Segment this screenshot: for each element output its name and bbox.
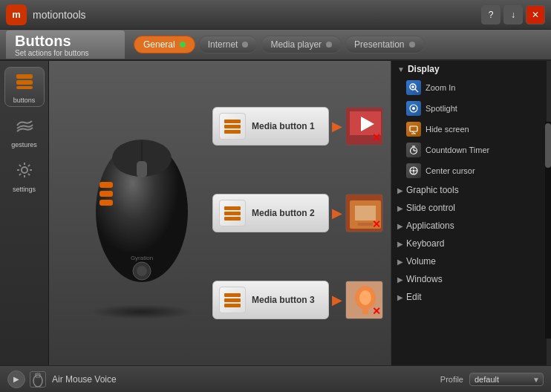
section-slidecontrol[interactable]: ▶ Slide control	[391, 199, 547, 217]
svg-rect-15	[224, 125, 241, 128]
media-btn-2-label: Media button 2	[252, 208, 315, 218]
zoom-label: Zoom In	[426, 83, 455, 92]
preview-x-3[interactable]: ✕	[372, 305, 381, 317]
slidecontrol-label: Slide control	[406, 203, 455, 213]
svg-point-3	[22, 167, 27, 173]
section-edit[interactable]: ▶ Edit	[391, 288, 547, 306]
media-btn-1-label: Media button 1	[252, 121, 315, 131]
section-volume[interactable]: ▶ Volume	[391, 252, 547, 270]
action-preview-2[interactable]: ✕	[345, 194, 383, 232]
svg-rect-40	[410, 126, 417, 131]
sidebar-buttons-label: buttons	[13, 97, 36, 104]
media-button-row-1: Media button 1 ▶ ✕	[212, 107, 383, 146]
section-display[interactable]: ▼ Display	[391, 61, 547, 77]
preview-x-1[interactable]: ✕	[372, 131, 381, 143]
minimize-button[interactable]: ↓	[503, 5, 523, 24]
svg-rect-16	[224, 130, 241, 134]
spotlight-label: Spotlight	[426, 104, 457, 113]
media-button-1[interactable]: Media button 1	[212, 107, 329, 146]
countdown-label: Countdown Timer	[426, 146, 489, 154]
media-button-3[interactable]: Media button 3	[212, 281, 329, 319]
svg-rect-7	[137, 161, 147, 177]
keyboard-triangle: ▶	[397, 240, 403, 248]
mouse-illustration: Gyration	[64, 68, 220, 358]
svg-point-39	[412, 107, 415, 110]
hidescreen-icon	[406, 122, 421, 137]
svg-rect-9	[100, 191, 113, 197]
zoom-icon	[406, 80, 421, 95]
slidecontrol-triangle: ▶	[397, 204, 403, 212]
panel-item-spotlight[interactable]: Spotlight	[391, 98, 547, 119]
panel-item-center[interactable]: Center cursor	[391, 160, 547, 181]
panel-item-zoom[interactable]: Zoom In	[391, 77, 547, 98]
tab-presentation[interactable]: Presentation	[345, 36, 424, 53]
section-windows[interactable]: ▶ Windows	[391, 270, 547, 288]
graphictools-triangle: ▶	[397, 186, 403, 195]
settings-icon	[14, 160, 35, 184]
preview-x-2[interactable]: ✕	[372, 218, 381, 230]
tab-dot-presentation	[409, 42, 415, 48]
page-subtitle: Set actions for buttons	[15, 49, 89, 57]
right-panel: ▼ Display Zoom In	[391, 61, 547, 365]
scrollbar-thumb[interactable]	[545, 123, 547, 168]
svg-rect-26	[358, 223, 373, 226]
display-triangle: ▼	[397, 65, 405, 74]
profile-select[interactable]: default custom	[469, 373, 544, 386]
svg-rect-22	[224, 217, 241, 220]
media-button-row-3: Media button 3 ▶ ✕	[212, 281, 383, 319]
media-btn-3-label: Media button 3	[252, 295, 315, 305]
svg-rect-14	[224, 120, 241, 123]
panel-item-hidescreen[interactable]: Hide screen	[391, 119, 547, 140]
section-graphictools[interactable]: ▶ Graphic tools	[391, 181, 547, 199]
device-icon	[30, 371, 46, 388]
close-button[interactable]: ✕	[526, 5, 545, 24]
tab-dot-internet	[242, 42, 248, 48]
tab-internet[interactable]: Internet	[198, 36, 258, 53]
action-preview-3[interactable]: ✕	[345, 281, 383, 319]
volume-triangle: ▶	[397, 258, 403, 266]
svg-text:Gyration: Gyration	[131, 255, 153, 261]
svg-rect-27	[224, 293, 241, 297]
svg-rect-0	[16, 74, 33, 79]
countdown-icon	[406, 143, 421, 157]
media-button-list: Media button 1 ▶ ✕	[212, 68, 383, 358]
svg-rect-2	[16, 86, 33, 89]
arrow-icon-3: ▶	[332, 292, 342, 308]
center-icon	[406, 163, 421, 178]
sidebar-item-gestures[interactable]: gestures	[4, 111, 45, 151]
keyboard-label: Keyboard	[406, 238, 444, 249]
svg-point-53	[33, 375, 42, 387]
media-btn-2-icon	[219, 200, 246, 226]
volume-label: Volume	[406, 256, 436, 267]
action-preview-1[interactable]: ✕	[345, 107, 383, 146]
edit-label: Edit	[406, 292, 422, 302]
sidebar-item-buttons[interactable]: buttons	[4, 67, 45, 107]
media-button-2[interactable]: Media button 2	[212, 194, 329, 232]
panel-item-countdown[interactable]: Countdown Timer	[391, 140, 547, 160]
graphictools-label: Graphic tools	[406, 185, 459, 195]
window-controls: ? ↓ ✕	[481, 5, 545, 24]
display-label: Display	[408, 64, 440, 74]
tab-mediaplayer[interactable]: Media player	[261, 36, 342, 53]
section-keyboard[interactable]: ▶ Keyboard	[391, 235, 547, 252]
svg-rect-1	[16, 80, 33, 85]
bottom-bar: ▶ Air Mouse Voice Profile default custom…	[0, 365, 551, 392]
mouse-shadow	[90, 304, 194, 319]
section-applications[interactable]: ▶ Applications	[391, 217, 547, 235]
sidebar-item-settings[interactable]: settings	[4, 156, 45, 196]
play-button[interactable]: ▶	[7, 370, 25, 388]
svg-point-32	[359, 290, 371, 305]
svg-rect-28	[224, 298, 241, 302]
spotlight-icon	[406, 101, 421, 116]
applications-triangle: ▶	[397, 222, 403, 230]
buttons-icon	[14, 71, 35, 95]
center-label: Center cursor	[426, 166, 475, 175]
arrow-icon-2: ▶	[332, 205, 342, 221]
media-button-row-2: Media button 2 ▶ ✕	[212, 194, 383, 232]
windows-label: Windows	[406, 274, 443, 284]
arrow-icon-1: ▶	[332, 118, 342, 134]
help-button[interactable]: ?	[481, 5, 501, 24]
svg-line-35	[415, 89, 418, 92]
tab-general[interactable]: General	[134, 36, 195, 53]
device-name: Air Mouse Voice	[52, 374, 440, 385]
